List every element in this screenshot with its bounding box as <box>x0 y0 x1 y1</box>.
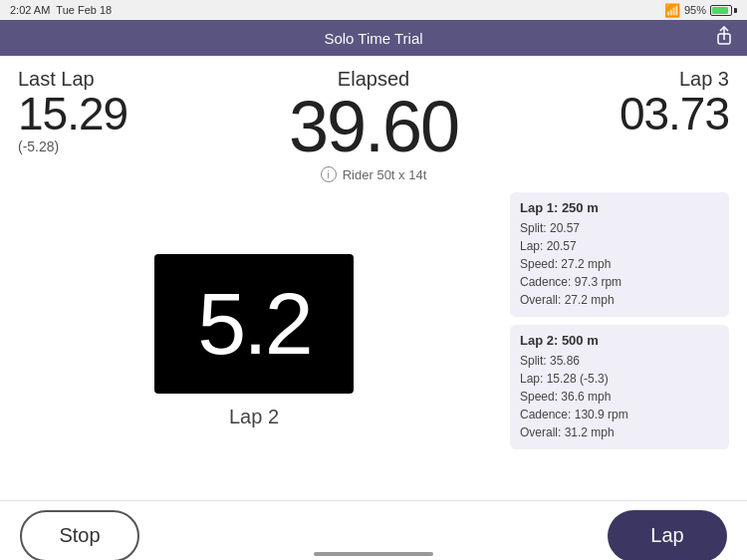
wifi-icon: 📶 <box>664 3 680 18</box>
lap3-value: 03.73 <box>620 91 729 137</box>
speed-display: 5.2 <box>154 254 354 394</box>
lap2-split: Split: 35.86 <box>520 352 719 370</box>
last-lap-block: Last Lap 15.29 (-5.28) <box>18 68 127 154</box>
lap2-data-block: Lap 2: 500 m Split: 35.86 Lap: 15.28 (-5… <box>510 325 729 449</box>
status-time: 2:02 AM <box>10 4 50 16</box>
lap1-overall: Overall: 27.2 mph <box>520 291 719 309</box>
lap3-block: Lap 3 03.73 <box>620 68 729 137</box>
lap2-overall: Overall: 31.2 mph <box>520 423 719 441</box>
lap1-title: Lap 1: 250 m <box>520 200 719 215</box>
battery-fill <box>712 7 728 14</box>
main-content: Last Lap 15.29 (-5.28) Elapsed 39.60 Lap… <box>0 56 747 500</box>
last-lap-value: 15.29 <box>18 91 127 137</box>
bottom-buttons: Stop Lap <box>0 500 747 560</box>
battery-pct: 95% <box>684 4 706 16</box>
speed-section: 5.2 Lap 2 <box>18 192 490 490</box>
status-left: 2:02 AM Tue Feb 18 <box>10 4 112 16</box>
speed-value: 5.2 <box>197 280 310 368</box>
rider-row: i Rider 50t x 14t <box>0 166 747 182</box>
nav-title: Solo Time Trial <box>324 30 422 47</box>
info-icon: i <box>321 166 337 182</box>
share-button[interactable] <box>715 26 733 51</box>
lap1-cadence: Cadence: 97.3 rpm <box>520 273 719 291</box>
stop-button[interactable]: Stop <box>20 510 139 561</box>
battery-body <box>710 5 732 16</box>
lap-button[interactable]: Lap <box>608 510 727 561</box>
elapsed-value: 39.60 <box>289 91 458 162</box>
speed-label: Lap 2 <box>229 406 279 428</box>
lap2-lap: Lap: 15.28 (-5.3) <box>520 370 719 388</box>
elapsed-block: Elapsed 39.60 <box>127 68 620 162</box>
rider-info-text: Rider 50t x 14t <box>343 167 427 182</box>
lap1-split: Split: 20.57 <box>520 219 719 237</box>
lap2-cadence: Cadence: 130.9 rpm <box>520 406 719 423</box>
lap2-title: Lap 2: 500 m <box>520 333 719 348</box>
top-stats: Last Lap 15.29 (-5.28) Elapsed 39.60 Lap… <box>0 56 747 162</box>
lap1-data-block: Lap 1: 250 m Split: 20.57 Lap: 20.57 Spe… <box>510 192 729 317</box>
battery-tip <box>734 8 737 13</box>
lap2-speed: Speed: 36.6 mph <box>520 388 719 406</box>
status-bar: 2:02 AM Tue Feb 18 📶 95% <box>0 0 747 20</box>
middle-section: 5.2 Lap 2 Lap 1: 250 m Split: 20.57 Lap:… <box>0 182 747 500</box>
lap1-speed: Speed: 27.2 mph <box>520 255 719 273</box>
status-day: Tue Feb 18 <box>56 4 112 16</box>
last-lap-sub: (-5.28) <box>18 139 59 154</box>
lap1-lap: Lap: 20.57 <box>520 237 719 255</box>
lap-data-section: Lap 1: 250 m Split: 20.57 Lap: 20.57 Spe… <box>510 192 729 490</box>
home-indicator <box>314 552 433 556</box>
battery-icon <box>710 5 737 16</box>
status-right: 📶 95% <box>664 3 737 18</box>
nav-bar: Solo Time Trial <box>0 20 747 56</box>
